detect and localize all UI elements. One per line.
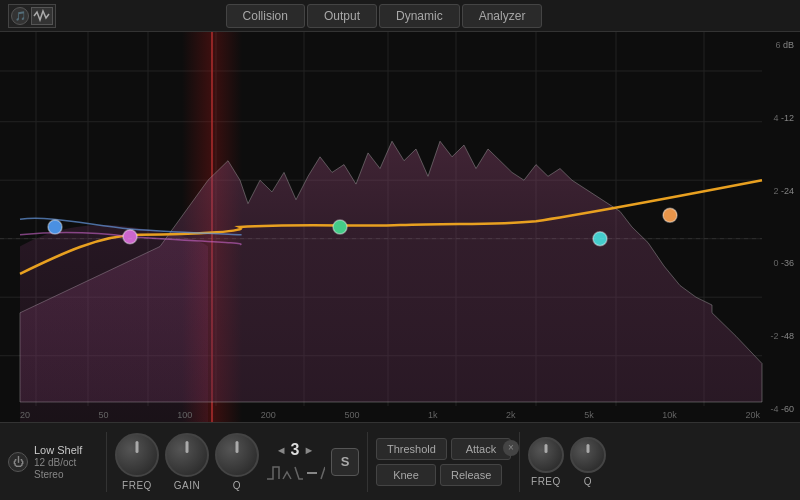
db-scale: 6 dB 4 -12 2 -24 0 -36 -2 -48 -4 -60 <box>762 32 800 422</box>
band-arrows: ◄ 3 ► <box>276 441 315 459</box>
right-q-knob-label: Q <box>584 476 592 487</box>
threshold-button[interactable]: Threshold <box>376 438 447 460</box>
power-button[interactable]: ⏻ <box>8 452 28 472</box>
separator-2 <box>367 432 368 492</box>
dynamics-row-1: Threshold Attack <box>376 438 511 460</box>
band-number: 3 <box>291 441 300 459</box>
right-freq-knob[interactable] <box>528 437 564 473</box>
band-type: Low Shelf <box>34 444 82 456</box>
freq-labels: 20 50 100 200 500 1k 2k 5k 10k 20k <box>20 410 760 422</box>
dynamics-section: × Threshold Attack Knee Release <box>376 438 511 486</box>
tab-dynamic[interactable]: Dynamic <box>379 4 460 28</box>
release-button[interactable]: Release <box>440 464 502 486</box>
freq-100: 100 <box>177 410 192 420</box>
gain-knob[interactable] <box>165 433 209 477</box>
band-selector: ◄ 3 ► <box>265 441 325 482</box>
freq-1k: 1k <box>428 410 438 420</box>
right-freq-knob-label: FREQ <box>531 476 561 487</box>
band-channel: Stereo <box>34 469 82 480</box>
logo-wave-icon <box>31 7 53 25</box>
q-knob-label: Q <box>233 480 241 491</box>
right-q-knob[interactable] <box>570 437 606 473</box>
logo: 🎵 <box>8 4 56 28</box>
bottom-bar: ⏻ Low Shelf 12 dB/oct Stereo FREQ GAIN Q… <box>0 422 800 500</box>
dynamics-row-2: Knee Release <box>376 464 502 486</box>
db-label-6: 6 dB <box>762 40 800 50</box>
band-info-section: ⏻ Low Shelf 12 dB/oct Stereo <box>8 444 98 480</box>
band-icons <box>265 464 325 482</box>
freq-20k: 20k <box>745 410 760 420</box>
band-slope: 12 dB/oct <box>34 457 82 468</box>
freq-500: 500 <box>344 410 359 420</box>
freq-5k: 5k <box>584 410 594 420</box>
freq-200: 200 <box>261 410 276 420</box>
eq-display: 6 dB 4 -12 2 -24 0 -36 -2 -48 -4 -60 20 … <box>0 32 800 422</box>
tab-analyzer[interactable]: Analyzer <box>462 4 543 28</box>
right-q-knob-group: Q <box>570 437 606 487</box>
q-knob[interactable] <box>215 433 259 477</box>
knee-button[interactable]: Knee <box>376 464 436 486</box>
freq-2k: 2k <box>506 410 516 420</box>
band-info: Low Shelf 12 dB/oct Stereo <box>34 444 82 480</box>
gain-knob-label: GAIN <box>174 480 200 491</box>
separator-1 <box>106 432 107 492</box>
top-tabs: Collision Output Dynamic Analyzer <box>226 4 543 28</box>
db-label-n2: -2 -48 <box>762 331 800 341</box>
gain-knob-group: GAIN <box>165 433 209 491</box>
eq-canvas[interactable] <box>0 32 800 422</box>
freq-knob-group: FREQ <box>115 433 159 491</box>
tab-collision[interactable]: Collision <box>226 4 305 28</box>
freq-knob-label: FREQ <box>122 480 152 491</box>
db-label-0: 0 -36 <box>762 258 800 268</box>
band-arrow-left[interactable]: ◄ <box>276 444 287 456</box>
freq-10k: 10k <box>662 410 677 420</box>
separator-3 <box>519 432 520 492</box>
freq-50: 50 <box>99 410 109 420</box>
freq-knob[interactable] <box>115 433 159 477</box>
freq-20: 20 <box>20 410 30 420</box>
close-button[interactable]: × <box>503 440 519 456</box>
tab-output[interactable]: Output <box>307 4 377 28</box>
logo-vinyl-icon: 🎵 <box>11 7 29 25</box>
top-bar: 🎵 Collision Output Dynamic Analyzer <box>0 0 800 32</box>
q-knob-group: Q <box>215 433 259 491</box>
db-label-4: 4 -12 <box>762 113 800 123</box>
right-freq-knob-group: FREQ <box>528 437 564 487</box>
band-arrow-right[interactable]: ► <box>303 444 314 456</box>
attack-button[interactable]: Attack <box>451 438 511 460</box>
db-label-2: 2 -24 <box>762 186 800 196</box>
s-button[interactable]: S <box>331 448 359 476</box>
logo-area: 🎵 <box>8 4 56 28</box>
db-label-n4: -4 -60 <box>762 404 800 414</box>
